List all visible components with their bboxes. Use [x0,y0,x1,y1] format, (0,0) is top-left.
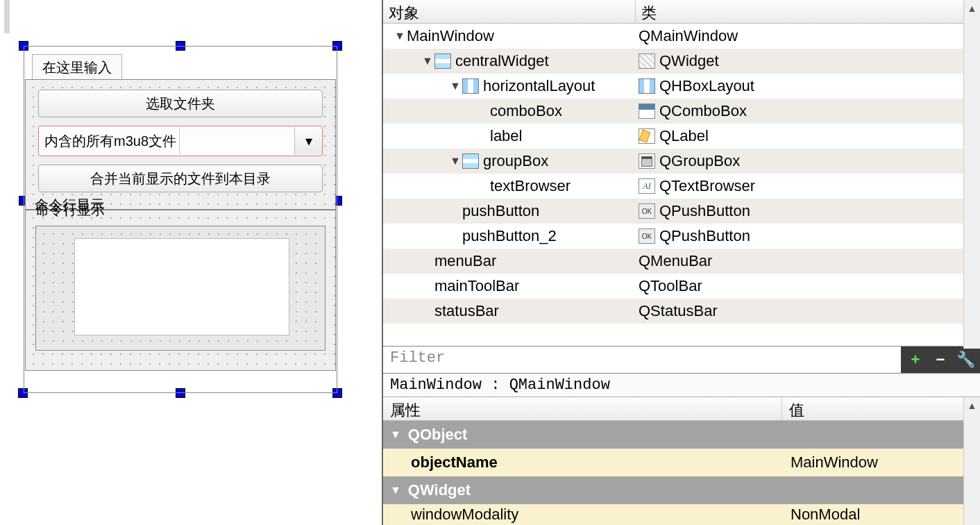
header-col-property[interactable]: 属性 [383,397,782,420]
tree-item-name: label [490,127,522,145]
push-icon: OK [639,203,655,219]
tab-button[interactable]: 在这里输入 [32,54,122,83]
object-tree[interactable]: ▼MainWindowQMainWindow▼centralWidgetQWid… [383,24,980,324]
vbox-icon [462,153,479,169]
tab-page-top[interactable]: 选取文件夹 内含的所有m3u8文件 ▾ 合并当前显示的文件到本目录 [25,79,336,210]
object-tree-header: 对象 类 [383,0,980,24]
section-qobject-label: QObject [408,426,468,444]
filter-input[interactable]: Filter [383,347,901,373]
groupbox-title-outer: 命令行显示 [35,196,104,215]
object-tree-scrollbar[interactable]: ▲ [963,0,980,349]
group-icon [639,153,655,169]
tree-row-MainWindow[interactable]: ▼MainWindowQMainWindow [383,24,980,49]
header-col-object[interactable]: 对象 [383,0,636,23]
combo-row: 内含的所有m3u8文件 ▾ [38,126,323,156]
property-scrollbar[interactable]: ▲ [963,397,980,525]
right-pane: 对象 类 ▼MainWindowQMainWindow▼centralWidge… [382,0,980,525]
scroll-up-icon[interactable]: ▲ [964,0,980,17]
prop-value-objectname[interactable]: MainWindow [782,453,980,472]
tree-row-mainToolBar[interactable]: mainToolBarQToolBar [383,274,980,299]
tree-item-name: mainToolBar [434,277,519,295]
chevron-down-icon[interactable]: ▼ [421,55,434,67]
tree-item-name: pushButton_2 [462,227,557,245]
tree-item-name: statusBar [434,302,499,320]
text-browser[interactable] [74,238,289,335]
header-col-class[interactable]: 类 [636,0,980,23]
tree-item-name: horizontalLayout [483,77,595,95]
tree-item-name: pushButton [462,202,539,220]
chevron-down-icon[interactable]: ▼ [393,30,407,42]
tree-item-name: MainWindow [407,27,494,45]
tree-row-comboBox[interactable]: comboBoxQComboBox [383,99,980,124]
chevron-down-icon[interactable]: ▼ [448,80,462,92]
tree-row-menuBar[interactable]: menuBarQMenuBar [383,249,980,274]
tree-item-class: QWidget [659,52,719,70]
section-qwidget[interactable]: ▼ QWidget [383,476,980,504]
filter-bar: Filter + − 🔧 [383,346,980,374]
groupbox-area[interactable]: 命令行显示 [25,210,336,371]
left-splitter[interactable] [4,0,10,33]
prop-row-windowmodality[interactable]: windowModality NonModal [383,504,980,525]
push-icon: OK [639,228,655,244]
prop-row-objectname[interactable]: objectName MainWindow [383,449,980,476]
label-icon [639,128,655,144]
selected-object-label: MainWindow : QMainWindow [383,374,980,397]
merge-button[interactable]: 合并当前显示的文件到本目录 [38,165,323,192]
tree-row-label[interactable]: labelQLabel [383,124,980,149]
tree-row-centralWidget[interactable]: ▼centralWidgetQWidget [383,49,980,74]
wrench-icon[interactable]: 🔧 [955,349,976,370]
combo-icon [639,103,655,119]
tree-row-groupBox[interactable]: ▼groupBoxQGroupBox [383,149,980,174]
section-qobject[interactable]: ▼ QObject [383,421,980,449]
vbox-icon [434,53,451,69]
text-icon: AI [639,178,655,194]
tree-item-class: QComboBox [659,102,747,120]
hbox-icon [462,78,479,94]
tree-item-class: QStatusBar [639,302,718,320]
filter-tools: + − 🔧 [901,347,980,373]
chevron-down-icon[interactable]: ▾ [294,127,322,155]
tree-item-class: QLabel [659,127,709,145]
tree-item-class: QPushButton [659,202,750,220]
remove-icon[interactable]: − [930,349,951,370]
tree-item-name: comboBox [490,102,562,120]
tree-item-name: groupBox [483,152,548,170]
tree-item-class: QToolBar [639,277,702,295]
tree-item-class: QPushButton [659,227,750,245]
tree-item-class: QMainWindow [639,27,738,45]
tree-row-statusBar[interactable]: statusBarQStatusBar [383,299,980,324]
tree-item-name: menuBar [434,252,496,270]
section-qwidget-label: QWidget [408,481,471,499]
tree-item-name: centralWidget [455,52,549,70]
header-col-value[interactable]: 值 [782,397,980,420]
chevron-down-icon: ▼ [390,484,401,497]
chevron-down-icon[interactable]: ▼ [448,155,462,167]
tree-item-name: textBrowser [490,177,571,195]
tree-row-pushButton[interactable]: pushButtonOKQPushButton [383,199,980,224]
hbox-icon [639,78,655,94]
tree-item-class: QGroupBox [659,152,740,170]
tree-row-textBrowser[interactable]: textBrowserAIQTextBrowser [383,174,980,199]
prop-name-objectname: objectName [383,453,782,472]
add-icon[interactable]: + [905,349,926,370]
combo-label: 内含的所有m3u8文件 [39,132,179,151]
tree-item-class: QHBoxLayout [659,77,754,95]
designer-canvas: 在这里输入 选取文件夹 内含的所有m3u8文件 ▾ 合并当前显示的文件到本目录 … [0,0,382,525]
tree-item-class: QMenuBar [639,252,712,270]
tree-row-horizontalLayout[interactable]: ▼horizontalLayoutQHBoxLayout [383,74,980,99]
widget-icon [639,53,655,69]
prop-value-windowmodality[interactable]: NonModal [782,506,980,524]
property-header: 属性 值 [383,397,980,421]
prop-name-windowmodality: windowModality [383,506,782,524]
combo-box[interactable]: ▾ [179,127,322,155]
tree-item-class: QTextBrowser [659,177,755,195]
chevron-down-icon: ▼ [390,428,401,441]
tree-row-pushButton_2[interactable]: pushButton_2OKQPushButton [383,224,980,249]
scroll-up-icon[interactable]: ▲ [964,397,980,414]
select-folder-button[interactable]: 选取文件夹 [38,90,323,117]
